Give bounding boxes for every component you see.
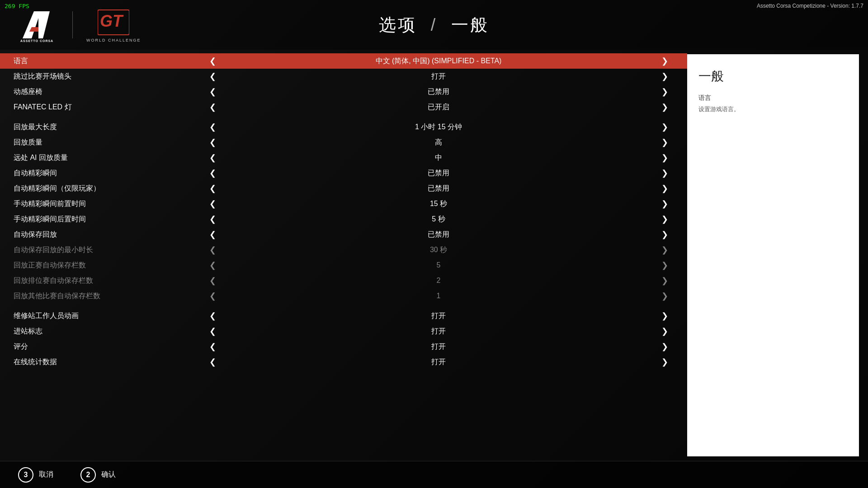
setting-right-arrow[interactable]: ❯	[656, 87, 674, 97]
setting-left-arrow[interactable]: ❮	[203, 342, 222, 352]
setting-label: FANATEC LED 灯	[14, 103, 203, 112]
setting-right-arrow[interactable]: ❯	[656, 245, 674, 255]
setting-right-arrow[interactable]: ❯	[656, 357, 674, 367]
logo-divider	[72, 11, 73, 38]
setting-row[interactable]: 评分❮打开❯	[0, 339, 687, 354]
setting-left-arrow[interactable]: ❮	[203, 122, 222, 132]
setting-value: 已开启	[222, 103, 656, 112]
setting-right-arrow[interactable]: ❯	[656, 214, 674, 224]
setting-row[interactable]: 回放其他比赛自动保存栏数❮1❯	[0, 288, 687, 304]
setting-left-arrow[interactable]: ❮	[203, 153, 222, 163]
setting-row[interactable]: 回放最大长度❮1 小时 15 分钟❯	[0, 119, 687, 135]
setting-row[interactable]: 进站标志❮打开❯	[0, 324, 687, 339]
setting-row[interactable]: 语言❮中文 (简体, 中国) (SIMPLIFIED - BETA)❯	[0, 53, 687, 69]
setting-left-arrow[interactable]: ❮	[203, 245, 222, 255]
setting-row[interactable]: 自动精彩瞬间❮已禁用❯	[0, 165, 687, 181]
setting-left-arrow[interactable]: ❮	[203, 199, 222, 209]
setting-right-arrow[interactable]: ❯	[656, 168, 674, 178]
setting-row[interactable]: 自动保存回放❮已禁用❯	[0, 227, 687, 242]
setting-label: 自动精彩瞬间	[14, 169, 203, 178]
setting-right-arrow[interactable]: ❯	[656, 56, 674, 66]
setting-left-arrow[interactable]: ❮	[203, 326, 222, 336]
setting-left-arrow[interactable]: ❮	[203, 56, 222, 66]
page-title: 选项 / 一般	[379, 14, 489, 37]
setting-row[interactable]: 手动精彩瞬间前置时间❮15 秒❯	[0, 196, 687, 211]
setting-left-arrow[interactable]: ❮	[203, 87, 222, 97]
setting-right-arrow[interactable]: ❯	[656, 122, 674, 132]
cancel-label: 取消	[39, 470, 53, 479]
setting-row[interactable]: 远处 AI 回放质量❮中❯	[0, 150, 687, 165]
setting-value: 已禁用	[222, 87, 656, 97]
setting-row[interactable]: 跳过比赛开场镜头❮打开❯	[0, 69, 687, 84]
setting-row[interactable]: 维修站工作人员动画❮打开❯	[0, 308, 687, 324]
setting-value: 1	[222, 292, 656, 300]
setting-label: 进站标志	[14, 327, 203, 336]
setting-value: 打开	[222, 357, 656, 367]
setting-row[interactable]: 在线统计数据❮打开❯	[0, 354, 687, 370]
confirm-button-circle[interactable]: 2	[80, 467, 96, 483]
setting-label: 维修站工作人员动画	[14, 311, 203, 321]
setting-right-arrow[interactable]: ❯	[656, 260, 674, 270]
cancel-action[interactable]: 3 取消	[18, 467, 53, 483]
setting-right-arrow[interactable]: ❯	[656, 342, 674, 352]
setting-row[interactable]: 回放正赛自动保存栏数❮5❯	[0, 258, 687, 273]
cancel-button-circle[interactable]: 3	[18, 467, 33, 483]
setting-label: 远处 AI 回放质量	[14, 153, 203, 163]
setting-right-arrow[interactable]: ❯	[656, 276, 674, 286]
setting-right-arrow[interactable]: ❯	[656, 326, 674, 336]
setting-row[interactable]: FANATEC LED 灯❮已开启❯	[0, 99, 687, 115]
version-text: Assetto Corsa Competizione - Version: 1.…	[757, 3, 863, 9]
setting-row[interactable]: 自动保存回放的最小时长❮30 秒❯	[0, 242, 687, 258]
setting-left-arrow[interactable]: ❮	[203, 168, 222, 178]
setting-row[interactable]: 自动精彩瞬间（仅限玩家）❮已禁用❯	[0, 181, 687, 196]
setting-left-arrow[interactable]: ❮	[203, 137, 222, 147]
setting-row[interactable]: 回放质量❮高❯	[0, 135, 687, 150]
setting-left-arrow[interactable]: ❮	[203, 183, 222, 193]
setting-right-arrow[interactable]: ❯	[656, 311, 674, 321]
setting-row[interactable]: 手动精彩瞬间后置时间❮5 秒❯	[0, 211, 687, 227]
setting-left-arrow[interactable]: ❮	[203, 357, 222, 367]
setting-label: 回放排位赛自动保存栏数	[14, 276, 203, 286]
setting-left-arrow[interactable]: ❮	[203, 71, 222, 81]
setting-value: 5 秒	[222, 215, 656, 224]
setting-value: 2	[222, 277, 656, 285]
gt-logo: GT WORLD CHALLENGE	[86, 8, 141, 42]
setting-value: 高	[222, 138, 656, 147]
panel-setting-desc: 设置游戏语言。	[698, 105, 848, 114]
setting-right-arrow[interactable]: ❯	[656, 199, 674, 209]
setting-right-arrow[interactable]: ❯	[656, 153, 674, 163]
setting-left-arrow[interactable]: ❮	[203, 311, 222, 321]
setting-left-arrow[interactable]: ❮	[203, 276, 222, 286]
confirm-action[interactable]: 2 确认	[80, 467, 116, 483]
setting-left-arrow[interactable]: ❮	[203, 230, 222, 239]
panel-setting-name: 语言	[698, 94, 848, 102]
setting-value: 打开	[222, 327, 656, 336]
setting-label: 回放其他比赛自动保存栏数	[14, 291, 203, 301]
setting-label: 自动精彩瞬间（仅限玩家）	[14, 184, 203, 193]
setting-left-arrow[interactable]: ❮	[203, 260, 222, 270]
setting-right-arrow[interactable]: ❯	[656, 71, 674, 81]
setting-right-arrow[interactable]: ❯	[656, 137, 674, 147]
setting-right-arrow[interactable]: ❯	[656, 230, 674, 239]
setting-value: 已禁用	[222, 230, 656, 239]
setting-label: 回放最大长度	[14, 122, 203, 132]
setting-right-arrow[interactable]: ❯	[656, 291, 674, 301]
panel-title: 一般	[698, 68, 848, 85]
setting-value: 15 秒	[222, 199, 656, 209]
svg-text:GT: GT	[100, 12, 124, 30]
confirm-label: 确认	[101, 470, 116, 479]
settings-list: 语言❮中文 (简体, 中国) (SIMPLIFIED - BETA)❯跳过比赛开…	[0, 50, 687, 461]
setting-label: 自动保存回放	[14, 230, 203, 239]
setting-row[interactable]: 回放排位赛自动保存栏数❮2❯	[0, 273, 687, 288]
setting-left-arrow[interactable]: ❮	[203, 291, 222, 301]
setting-left-arrow[interactable]: ❮	[203, 102, 222, 112]
setting-left-arrow[interactable]: ❮	[203, 214, 222, 224]
setting-right-arrow[interactable]: ❯	[656, 183, 674, 193]
setting-row[interactable]: 动感座椅❮已禁用❯	[0, 84, 687, 99]
setting-label: 手动精彩瞬间前置时间	[14, 199, 203, 209]
setting-right-arrow[interactable]: ❯	[656, 102, 674, 112]
setting-label: 回放正赛自动保存栏数	[14, 261, 203, 270]
setting-label: 在线统计数据	[14, 357, 203, 367]
header: ASSETTO CORSA COMPETIZIONE GT WORLD CHAL…	[0, 0, 868, 50]
setting-label: 回放质量	[14, 138, 203, 147]
